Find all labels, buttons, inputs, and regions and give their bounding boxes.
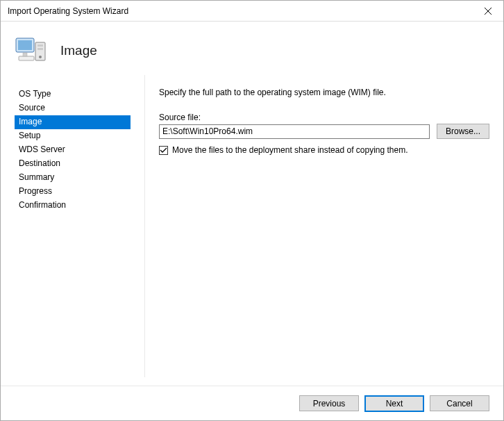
nav-item-summary[interactable]: Summary <box>15 171 131 185</box>
close-icon <box>485 8 492 15</box>
nav-item-image[interactable]: Image <box>15 115 131 129</box>
instruction-text: Specify the full path to the operating s… <box>159 88 489 97</box>
move-files-label: Move the files to the deployment share i… <box>172 145 408 155</box>
cancel-button[interactable]: Cancel <box>430 395 489 411</box>
close-button[interactable] <box>472 1 503 21</box>
browse-button[interactable]: Browse... <box>437 124 489 139</box>
wizard-body: OS Type Source Image Setup WDS Server De… <box>1 75 503 386</box>
computer-icon <box>15 33 48 68</box>
nav-item-source[interactable]: Source <box>15 101 131 115</box>
source-file-input[interactable] <box>159 124 430 139</box>
move-files-row: Move the files to the deployment share i… <box>159 145 489 155</box>
wizard-header: Image <box>1 22 503 75</box>
next-button[interactable]: Next <box>364 395 424 412</box>
svg-rect-6 <box>19 56 34 60</box>
check-icon <box>160 147 167 154</box>
page-title: Image <box>60 43 97 58</box>
titlebar: Import Operating System Wizard <box>1 1 503 22</box>
svg-rect-4 <box>37 48 43 50</box>
nav-item-wds-server[interactable]: WDS Server <box>15 143 131 157</box>
source-file-row: Browse... <box>159 124 489 139</box>
nav-item-destination[interactable]: Destination <box>15 157 131 171</box>
step-nav: OS Type Source Image Setup WDS Server De… <box>15 75 131 377</box>
svg-point-5 <box>39 56 42 58</box>
nav-item-progress[interactable]: Progress <box>15 185 131 199</box>
window-title: Import Operating System Wizard <box>8 6 128 16</box>
svg-rect-3 <box>37 44 43 47</box>
nav-item-setup[interactable]: Setup <box>15 129 131 143</box>
move-files-checkbox[interactable] <box>159 146 168 155</box>
nav-item-os-type[interactable]: OS Type <box>15 88 131 101</box>
previous-button[interactable]: Previous <box>299 395 359 411</box>
svg-rect-7 <box>23 53 27 56</box>
wizard-footer: Previous Next Cancel <box>1 386 503 420</box>
source-file-label: Source file: <box>159 113 489 122</box>
svg-rect-1 <box>18 40 32 50</box>
main-panel: Specify the full path to the operating s… <box>144 75 489 377</box>
nav-item-confirmation[interactable]: Confirmation <box>15 199 131 213</box>
